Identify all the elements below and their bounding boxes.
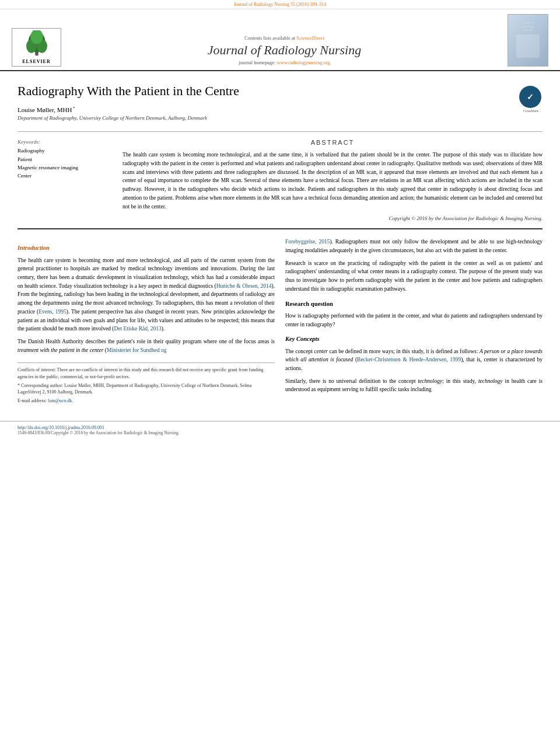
ref-det-etiske[interactable]: Det Etiske Råd, 2013 [114, 326, 161, 332]
intro-heading: Introduction [18, 243, 275, 253]
ref-ministeriet[interactable]: Ministeriet for Sundhed og [107, 347, 167, 353]
keyword-radiography: Radiography [18, 147, 111, 155]
footnote-corresponding: * Corresponding author: Louise Møller, M… [18, 382, 275, 395]
abstract-section: Keywords: Radiography Patient Magnetic r… [18, 139, 542, 221]
contents-line: Contents lists available at ScienceDirec… [67, 35, 502, 41]
research-q-heading: Research question [285, 299, 542, 309]
key-concepts-para2: Similarly, there is no universal definit… [285, 377, 542, 394]
doi-line: http://dx.doi.org/10.1016/j.jradnu.2016.… [18, 425, 542, 430]
right-para1: Forebyggelse, 2015). Radiographers must … [285, 238, 542, 255]
footnote-email-link[interactable]: lum@ucn.dk. [48, 398, 73, 403]
journal-cover-thumbnail: Journal ofRadiologyNursing [508, 14, 548, 67]
doi-link[interactable]: http://dx.doi.org/10.1016/j.jradnu.2016.… [18, 425, 104, 430]
title-row: Radiography With the Patient in the Cent… [18, 83, 542, 127]
abstract-heading: ABSTRACT [123, 139, 542, 146]
ref-evens[interactable]: Evens, 1995 [38, 309, 66, 315]
elsevier-label: ELSEVIER [15, 59, 58, 64]
ref-becker[interactable]: Becker-Christensen & Heede-Andersen, 199… [357, 357, 461, 362]
key-concepts-heading: Key Concepts [285, 334, 542, 344]
title-divider [18, 131, 542, 132]
homepage-line: journal homepage: www.radiologynursing.o… [67, 60, 502, 65]
journal-title-block: Contents lists available at ScienceDirec… [67, 35, 502, 70]
article-title-block: Radiography With the Patient in the Cent… [18, 83, 239, 127]
author-affiliation: Department of Radiography, University Co… [18, 115, 239, 121]
citation-bar: Journal of Radiology Nursing 35 (2016) 3… [0, 0, 560, 9]
keyword-center: Center [18, 172, 111, 180]
crossmark-logo: ✓ CrossMark [519, 86, 542, 109]
journal-main-title: Journal of Radiology Nursing [67, 43, 502, 58]
body-columns: Introduction The health care system is b… [18, 238, 542, 406]
footnote-email: E-mail address: lum@ucn.dk. [18, 398, 275, 404]
keyword-mri: Magnetic resonance imaging [18, 163, 111, 172]
keyword-patient: Patient [18, 155, 111, 163]
author-line: Louise Møller, MHH * [18, 106, 239, 113]
bottom-bar: http://dx.doi.org/10.1016/j.jradnu.2016.… [0, 421, 560, 438]
footnote-conflicts: Conflicts of interest: There are no conf… [18, 367, 275, 379]
right-para2: Research is scarce on the practicing of … [285, 259, 542, 294]
abstract-column: ABSTRACT The health care system is becom… [123, 139, 542, 221]
abstract-divider [18, 228, 542, 229]
sciencedirect-link[interactable]: ScienceDirect [296, 35, 324, 41]
citation-text: Journal of Radiology Nursing 35 (2016) 3… [234, 2, 327, 7]
key-concepts-para1: The concept center can be defined in mor… [285, 347, 542, 373]
footnote-section: Conflicts of interest: There are no conf… [18, 362, 275, 404]
left-column: Introduction The health care system is b… [18, 238, 275, 406]
bottom-copyright: 1546-0843/836.00/Copyright © 2016 by the… [18, 430, 542, 435]
crossmark-circle: ✓ [519, 86, 541, 108]
keywords-column: Keywords: Radiography Patient Magnetic r… [18, 139, 111, 221]
author-name: Louise Møller, MHH [18, 106, 72, 113]
article-title: Radiography With the Patient in the Cent… [18, 83, 239, 100]
svg-text:✓: ✓ [527, 93, 534, 102]
intro-para1: The health care system is becoming more … [18, 256, 275, 333]
homepage-url[interactable]: www.radiologynursing.org [277, 60, 330, 65]
elsevier-logo: ELSEVIER [12, 28, 61, 67]
keywords-label: Keywords: [18, 139, 111, 145]
author-star: * [72, 106, 75, 110]
right-column: Forebyggelse, 2015). Radiographers must … [285, 238, 542, 406]
page: Journal of Radiology Nursing 35 (2016) 3… [0, 0, 560, 753]
ref-huniche[interactable]: Huniche & Olesen, 2014 [216, 283, 272, 289]
main-content: Radiography With the Patient in the Cent… [0, 71, 560, 415]
abstract-text: The health care system is becoming more … [123, 151, 542, 211]
abstract-copyright: Copyright © 2016 by the Association for … [123, 215, 542, 221]
journal-header: ELSEVIER Contents lists available at Sci… [0, 9, 560, 71]
research-q-text: How is radiography performed with the pa… [285, 312, 542, 329]
intro-para2: The Danish Health Authority describes th… [18, 337, 275, 354]
ref-forebyggelse[interactable]: Forebyggelse, 2015 [285, 239, 330, 245]
